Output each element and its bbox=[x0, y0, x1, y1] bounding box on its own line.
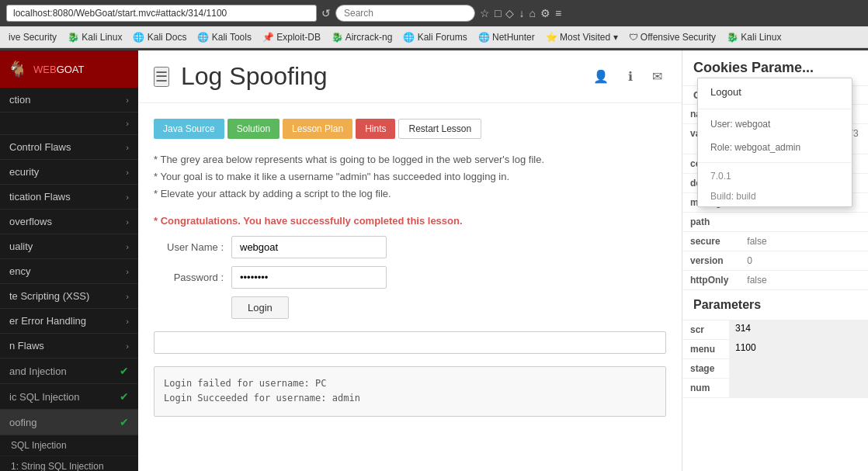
bookmark-kali-linux2[interactable]: 🐉 Kali Linux bbox=[723, 30, 785, 44]
dropdown-build: Build: build bbox=[698, 186, 852, 206]
sidebar-label: and Injection bbox=[9, 365, 67, 377]
sidebar: 🐐 WEBGOAT ction › › Control Flaws › ecur… bbox=[0, 50, 138, 471]
lesson-area: Java Source Solution Lesson Plan Hints R… bbox=[138, 103, 682, 471]
cookie-field-value bbox=[739, 213, 868, 232]
bookmark-nethunter[interactable]: 🌐 NetHunter bbox=[474, 30, 539, 44]
table-row: httpOnly false bbox=[682, 271, 868, 290]
dropdown-divider bbox=[698, 109, 852, 109]
header-icons: 👤 ℹ ✉ bbox=[589, 65, 666, 88]
log-line-1: Login failed for username: PC bbox=[164, 376, 656, 391]
browser-chrome: ↺ ☆ □ ◇ ↓ ⌂ ⚙ ≡ ive Security 🐉 Kali Linu… bbox=[0, 0, 868, 50]
sidebar-item-tication[interactable]: tication Flaws › bbox=[0, 185, 138, 210]
chevron-icon: › bbox=[126, 95, 129, 105]
sidebar-sub-sql-injection[interactable]: SQL Injection bbox=[0, 435, 138, 456]
sidebar-item-ction[interactable]: ction › bbox=[0, 88, 138, 113]
sidebar-item-uality[interactable]: uality › bbox=[0, 234, 138, 259]
username-label: User Name : bbox=[154, 241, 224, 253]
username-input[interactable] bbox=[231, 236, 387, 258]
sidebar-item-security[interactable]: ecurity › bbox=[0, 160, 138, 185]
log-input[interactable] bbox=[154, 331, 666, 354]
chevron-icon: › bbox=[126, 317, 129, 326]
cookie-field-name: secure bbox=[682, 232, 739, 251]
instruction-3: * Elevate your attack by adding a script… bbox=[154, 185, 666, 203]
check-icon: ✔ bbox=[120, 365, 129, 377]
sidebar-item-control-flaws[interactable]: Control Flaws › bbox=[0, 135, 138, 160]
chevron-icon: › bbox=[126, 217, 129, 227]
sidebar-item-injection[interactable]: and Injection ✔ bbox=[0, 358, 138, 384]
bookmark-offensive[interactable]: ive Security bbox=[5, 30, 61, 44]
sidebar-sub-string-sql[interactable]: 1: String SQL Injection bbox=[0, 456, 138, 471]
sidebar-item-ency[interactable]: ency › bbox=[0, 259, 138, 284]
password-input[interactable] bbox=[231, 266, 387, 289]
bookmark-aircrack[interactable]: 🐉 Aircrack-ng bbox=[328, 30, 396, 44]
bookmark-icon[interactable]: □ bbox=[495, 7, 501, 19]
cookie-field-name: path bbox=[682, 213, 739, 232]
chevron-icon: › bbox=[126, 168, 129, 177]
bookmark-kali-linux[interactable]: 🐉 Kali Linux bbox=[64, 30, 126, 44]
param-value: 314 bbox=[729, 320, 868, 340]
info-icon-button[interactable]: ℹ bbox=[624, 65, 637, 88]
username-row: User Name : bbox=[154, 236, 666, 258]
param-name: num bbox=[682, 379, 729, 398]
login-button[interactable]: Login bbox=[231, 296, 289, 319]
sidebar-item-spoofing[interactable]: oofing ✔ bbox=[0, 410, 138, 435]
sidebar-label: ction bbox=[9, 94, 30, 106]
search-input[interactable] bbox=[335, 5, 475, 22]
bookmark-kali-forums[interactable]: 🌐 Kali Forums bbox=[399, 30, 470, 44]
bookmark-kali-docs[interactable]: 🌐 Kali Docs bbox=[129, 30, 190, 44]
logo-icon: 🐐 bbox=[8, 60, 27, 78]
solution-button[interactable]: Solution bbox=[227, 119, 279, 139]
home-icon[interactable]: ⌂ bbox=[529, 7, 535, 19]
lesson-plan-button[interactable]: Lesson Plan bbox=[283, 119, 352, 139]
menu-icon[interactable]: ≡ bbox=[555, 7, 561, 19]
bookmark-most-visited[interactable]: ⭐ Most Visited ▾ bbox=[542, 30, 622, 44]
download-icon[interactable]: ↓ bbox=[519, 7, 524, 19]
sidebar-item-empty[interactable]: › bbox=[0, 113, 138, 135]
sidebar-label: n Flaws bbox=[9, 340, 44, 352]
sidebar-item-flaws[interactable]: n Flaws › bbox=[0, 334, 138, 358]
main-content: ☰ Log Spoofing 👤 ℹ ✉ Java Source Solutio… bbox=[138, 50, 682, 471]
dropdown-divider2 bbox=[698, 162, 852, 163]
sidebar-label: oofing bbox=[9, 417, 36, 428]
logout-item[interactable]: Logout bbox=[698, 78, 852, 106]
sidebar-item-overflows[interactable]: overflows › bbox=[0, 210, 138, 234]
dropdown-menu: Logout User: webgoat Role: webgoat_admin… bbox=[697, 78, 852, 207]
sidebar-item-sql-injection[interactable]: ic SQL Injection ✔ bbox=[0, 384, 138, 410]
table-row: version 0 bbox=[682, 251, 868, 271]
mail-icon-button[interactable]: ✉ bbox=[648, 65, 666, 88]
sidebar-label: ecurity bbox=[9, 166, 39, 178]
hamburger-button[interactable]: ☰ bbox=[154, 67, 169, 87]
param-name: scr bbox=[682, 320, 729, 340]
reload-icon[interactable]: ↺ bbox=[321, 7, 331, 19]
check-icon: ✔ bbox=[120, 416, 129, 428]
shield-icon[interactable]: ◇ bbox=[505, 7, 514, 19]
java-source-button[interactable]: Java Source bbox=[154, 119, 224, 139]
cookie-field-value: false bbox=[739, 232, 868, 251]
extension-icon[interactable]: ⚙ bbox=[540, 7, 550, 19]
logo-web: WEB bbox=[33, 64, 57, 75]
address-input[interactable] bbox=[6, 5, 317, 22]
params-table: scr 314 menu 1100 stage num bbox=[682, 320, 868, 398]
bookmark-kali-tools[interactable]: 🌐 Kali Tools bbox=[193, 30, 255, 44]
logo-goat: GOAT bbox=[57, 64, 85, 75]
hints-button[interactable]: Hints bbox=[356, 119, 395, 139]
address-bar: ↺ ☆ □ ◇ ↓ ⌂ ⚙ ≡ bbox=[0, 0, 868, 26]
log-output: Login failed for username: PC Login Succ… bbox=[154, 366, 666, 416]
table-row: num bbox=[682, 379, 868, 398]
table-row: path bbox=[682, 213, 868, 232]
success-message: * Congratulations. You have successfully… bbox=[154, 215, 666, 227]
restart-button[interactable]: Restart Lesson bbox=[398, 119, 481, 139]
sidebar-item-error[interactable]: er Error Handling › bbox=[0, 309, 138, 334]
log-line-2: Login Succeeded for username: admin bbox=[164, 391, 656, 406]
bookmark-exploit-db[interactable]: 📌 Exploit-DB bbox=[259, 30, 325, 44]
star-icon[interactable]: ☆ bbox=[480, 7, 490, 19]
chevron-icon: › bbox=[126, 143, 129, 152]
sidebar-label: er Error Handling bbox=[9, 315, 86, 327]
user-icon-button[interactable]: 👤 bbox=[589, 65, 613, 88]
login-row: Login bbox=[154, 296, 666, 331]
sidebar-item-xss[interactable]: te Scripting (XSS) › bbox=[0, 284, 138, 309]
param-name: stage bbox=[682, 359, 729, 379]
bookmark-offensive2[interactable]: 🛡 Offensive Security bbox=[625, 30, 720, 44]
instruction-1: * The grey area below represents what is… bbox=[154, 151, 666, 168]
cookie-field-name: version bbox=[682, 251, 739, 271]
